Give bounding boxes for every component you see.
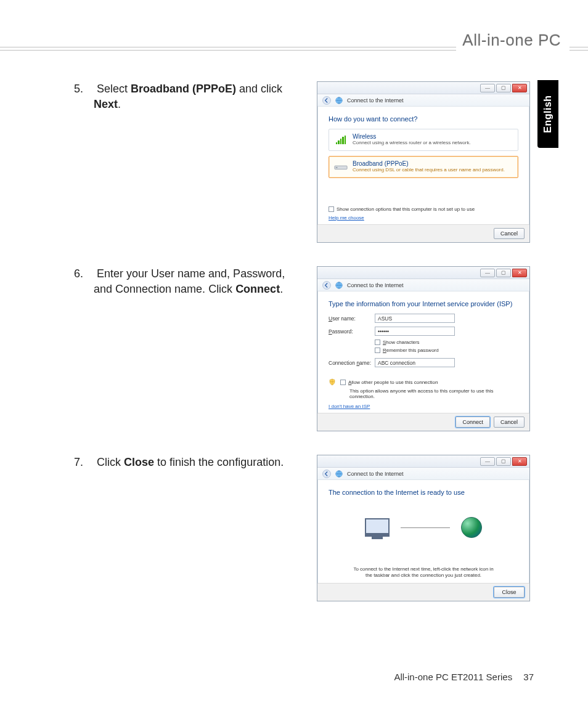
back-arrow-icon[interactable]: [322, 470, 331, 478]
dialog-title: Connect to the Internet: [347, 282, 404, 288]
password-input[interactable]: ••••••: [375, 327, 455, 336]
brand-title: All-in-one PC: [462, 31, 561, 50]
minimize-button[interactable]: —: [480, 457, 495, 466]
username-input[interactable]: ASUS: [375, 314, 455, 323]
svg-point-6: [323, 470, 331, 478]
step-6-number: 6.: [74, 266, 94, 282]
network-globe-icon: [335, 281, 343, 290]
maximize-button[interactable]: ▢: [496, 84, 511, 92]
step-7: 7. Click Close to finish the configurati…: [74, 455, 530, 601]
username-label: User name:: [329, 315, 375, 322]
option-broadband-sub: Connect using DSL or cable that requires…: [353, 167, 505, 173]
step-5: 5. Select Broadband (PPPoE) and click Ne…: [74, 81, 530, 243]
header-breadcrumb: Connect to the Internet: [317, 94, 529, 107]
allow-others-note: This option allows anyone with access to…: [349, 388, 518, 399]
cancel-button[interactable]: Cancel: [494, 417, 525, 428]
show-characters-checkbox[interactable]: Show characters: [375, 340, 518, 345]
cancel-button[interactable]: Cancel: [494, 228, 525, 239]
close-dialog-button[interactable]: Close: [494, 587, 525, 598]
close-button[interactable]: ✕: [512, 84, 527, 92]
no-isp-link[interactable]: I don't have an ISP: [329, 404, 370, 409]
close-button[interactable]: ✕: [512, 269, 527, 277]
option-broadband-title: Broadband (PPPoE): [353, 160, 505, 167]
svg-point-4: [323, 281, 331, 289]
help-me-choose-link[interactable]: Help me choose: [329, 215, 364, 221]
option-wireless-sub: Connect using a wireless router or a wir…: [353, 140, 471, 145]
checkbox-icon: [375, 340, 380, 345]
connection-line-icon: [401, 527, 450, 528]
header-breadcrumb: Connect to the Internet: [317, 279, 529, 291]
maximize-button[interactable]: ▢: [496, 269, 511, 277]
dialog-title: Connect to the Internet: [347, 471, 404, 477]
language-tab: English: [537, 80, 558, 148]
dialog-heading: How do you want to connect?: [329, 115, 518, 123]
modem-icon: [334, 160, 348, 174]
allow-others-checkbox[interactable]: Allow other people to use this connectio…: [329, 378, 518, 386]
header-breadcrumb: Connect to the Internet: [317, 468, 529, 480]
footer-model: All-in-one PC ET2011 Series: [394, 672, 512, 682]
password-label: Password:: [329, 328, 375, 335]
step-5-text: 5. Select Broadband (PPPoE) and click Ne…: [74, 81, 302, 243]
dialog-connection-ready: — ▢ ✕ Connect to the Internet The connec…: [317, 455, 530, 601]
svg-point-0: [323, 96, 331, 104]
dialog-enter-credentials: — ▢ ✕ Connect to the Internet Type the i…: [317, 266, 530, 431]
page-content: 5. Select Broadband (PPPoE) and click Ne…: [74, 81, 530, 625]
back-arrow-icon[interactable]: [322, 281, 331, 290]
checkbox-icon: [340, 380, 346, 385]
page-footer: All-in-one PC ET2011 Series 37: [0, 672, 588, 682]
maximize-button[interactable]: ▢: [496, 457, 511, 466]
step-6: 6. Enter your User name and, Password, a…: [74, 266, 530, 431]
minimize-button[interactable]: —: [480, 84, 495, 92]
back-arrow-icon[interactable]: [322, 96, 331, 105]
globe-icon: [461, 517, 482, 538]
step-6-text: 6. Enter your User name and, Password, a…: [74, 266, 302, 431]
titlebar: — ▢ ✕: [317, 82, 529, 94]
next-time-tip: To connect to the Internet next time, le…: [329, 566, 518, 583]
dialog-heading: The connection to the Internet is ready …: [329, 489, 518, 496]
step-7-number: 7.: [74, 455, 94, 470]
network-globe-icon: [335, 96, 343, 105]
shield-icon: [329, 378, 336, 386]
computer-icon: [365, 518, 390, 537]
connection-name-label: Connection name:: [329, 360, 375, 366]
dialog-title: Connect to the Internet: [347, 97, 404, 104]
step-5-number: 5.: [74, 81, 94, 97]
option-broadband[interactable]: Broadband (PPPoE) Connect using DSL or c…: [329, 156, 518, 178]
svg-rect-3: [336, 167, 338, 168]
page-number: 37: [523, 672, 534, 682]
titlebar: — ▢ ✕: [317, 455, 529, 468]
remember-password-checkbox[interactable]: Remember this password: [375, 348, 518, 353]
show-options-checkbox[interactable]: Show connection options that this comput…: [329, 206, 518, 212]
titlebar: — ▢ ✕: [317, 267, 529, 279]
step-7-text: 7. Click Close to finish the configurati…: [74, 455, 302, 601]
dialog-heading: Type the information from your Internet …: [329, 300, 518, 307]
header-rule-right: [570, 47, 588, 51]
close-button[interactable]: ✕: [512, 457, 527, 466]
checkbox-icon: [375, 348, 380, 353]
option-wireless[interactable]: Wireless Connect using a wireless router…: [329, 129, 518, 151]
minimize-button[interactable]: —: [480, 269, 495, 277]
language-tab-label: English: [542, 95, 553, 132]
ready-illustration: [329, 502, 518, 548]
option-wireless-title: Wireless: [353, 133, 471, 140]
connect-button[interactable]: Connect: [455, 417, 490, 428]
wireless-bars-icon: [334, 133, 348, 147]
header-rule-left: [0, 47, 456, 51]
connection-name-input[interactable]: ABC connection: [375, 358, 455, 367]
network-globe-icon: [335, 470, 343, 478]
checkbox-icon: [329, 206, 334, 212]
dialog-connect-options: — ▢ ✕ Connect to the Internet How do you…: [317, 81, 530, 243]
